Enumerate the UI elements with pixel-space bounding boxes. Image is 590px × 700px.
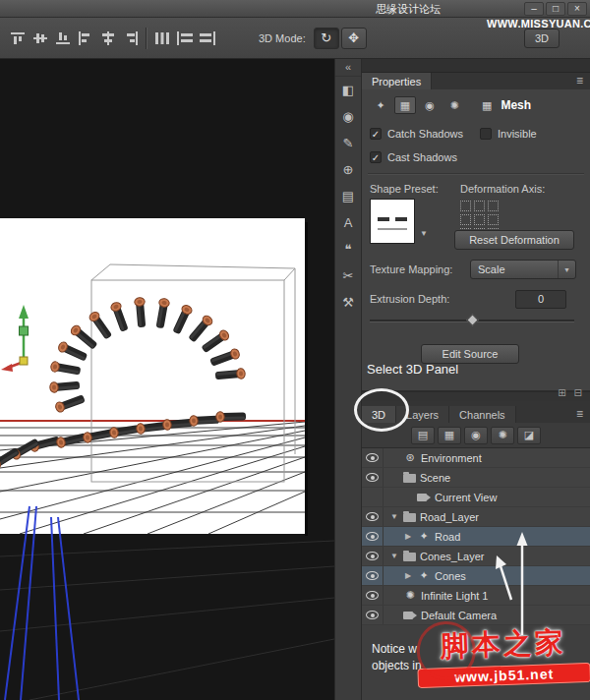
canvas-art	[0, 59, 334, 700]
tab-layers[interactable]: Layers	[396, 406, 449, 423]
slider-thumb[interactable]	[466, 314, 479, 326]
checkbox-empty-icon	[480, 128, 492, 140]
dock-header-strip	[362, 59, 590, 73]
3d-pan-camera-tool-icon[interactable]: ✥	[341, 28, 367, 49]
properties-delete-icon[interactable]: ⊟	[574, 387, 582, 398]
paragraph-panel-icon[interactable]: ❝	[335, 236, 361, 262]
close-button[interactable]: ×	[567, 2, 587, 16]
visibility-toggle[interactable]	[362, 527, 384, 546]
cast-shadows-label: Cast Shadows	[387, 151, 457, 163]
shape-preset-label: Shape Preset:	[370, 183, 439, 195]
folder-icon	[403, 513, 416, 522]
note-line-2: objects in	[372, 658, 590, 674]
camera-icon	[403, 612, 413, 619]
light-icon: ✺	[403, 589, 417, 602]
tab-3d[interactable]: 3D	[362, 406, 396, 423]
eye-icon	[366, 591, 379, 600]
eye-icon	[366, 453, 379, 462]
catch-shadows-checkbox[interactable]: ✓ Catch Shadows	[370, 128, 463, 140]
filter-meshes-icon[interactable]: ▦	[438, 427, 461, 444]
layer-row[interactable]: ⊛Environment	[362, 448, 590, 468]
checkbox-checked-icon: ✓	[370, 128, 382, 140]
catch-shadows-label: Catch Shadows	[387, 128, 463, 140]
visibility-toggle[interactable]	[362, 507, 384, 526]
workspace-switcher[interactable]: 3D	[524, 29, 560, 48]
align-top-edges-icon[interactable]	[6, 28, 29, 49]
mesh-icon: ▦	[482, 99, 492, 112]
visibility-toggle[interactable]	[362, 606, 384, 624]
options-bar: 3D Mode: ↻✥ 3D	[0, 18, 590, 59]
layer-row[interactable]: ▼Road_Layer	[362, 507, 590, 527]
filter-cross-section-icon[interactable]: ◪	[517, 427, 541, 444]
align-horizontal-centers-icon[interactable]	[96, 28, 119, 49]
distribute-right-edges-icon[interactable]	[196, 28, 218, 49]
tab-properties[interactable]: Properties	[362, 73, 432, 89]
layer-row[interactable]: ▶✦Cones	[362, 566, 590, 586]
layer-name: Current View	[435, 492, 497, 503]
visibility-toggle[interactable]	[362, 547, 384, 565]
panel-menu-icon[interactable]: ≡	[576, 75, 583, 87]
edit-source-button[interactable]: Edit Source	[421, 344, 519, 364]
extrusion-depth-field[interactable]: 0	[515, 290, 566, 309]
folder-icon	[403, 553, 416, 561]
disclosure-triangle-icon[interactable]: ▼	[389, 512, 399, 521]
visibility-toggle[interactable]	[362, 586, 384, 605]
eye-icon	[366, 571, 379, 580]
layer-row[interactable]: ▼Cones_Layer	[362, 547, 590, 566]
layer-row[interactable]: Default Camera	[362, 606, 590, 625]
eye-icon	[366, 552, 379, 560]
invisible-checkbox[interactable]: Invisible	[480, 128, 537, 140]
layer-row[interactable]: ▶✦Road	[362, 527, 590, 547]
align-right-edges-icon[interactable]	[119, 28, 142, 49]
visibility-toggle[interactable]	[362, 566, 384, 585]
layer-row[interactable]: Current View	[362, 488, 590, 507]
align-left-edges-icon[interactable]	[74, 28, 96, 49]
tab-channels[interactable]: Channels	[449, 406, 515, 423]
cast-shadows-checkbox[interactable]: ✓ Cast Shadows	[370, 151, 457, 163]
filter-materials-icon[interactable]: ◉	[464, 427, 488, 444]
visibility-toggle[interactable]	[362, 468, 384, 487]
disclosure-triangle-icon[interactable]: ▶	[403, 571, 413, 580]
disclosure-triangle-icon[interactable]: ▶	[403, 532, 413, 541]
extrusion-depth-slider[interactable]	[370, 315, 574, 326]
disclosure-triangle-icon[interactable]: ▼	[389, 552, 399, 560]
panel-divider-strip: ⊞ ⊟	[362, 391, 590, 401]
texture-mapping-value: Scale	[478, 263, 505, 275]
align-bottom-edges-icon[interactable]	[51, 28, 74, 49]
properties-grid-icon[interactable]: ⊞	[558, 387, 565, 398]
tool-presets-panel-icon[interactable]: ⚒	[335, 289, 361, 316]
filter-meshes-icon[interactable]: ▦	[394, 96, 416, 114]
visibility-toggle[interactable]	[362, 488, 384, 506]
align-vertical-centers-icon[interactable]	[29, 28, 51, 49]
character-panel-icon[interactable]: A	[335, 209, 361, 236]
filter-scene-icon[interactable]: ✦	[370, 96, 391, 114]
texture-mapping-select[interactable]: Scale ▼	[470, 260, 576, 279]
visibility-toggle[interactable]	[362, 448, 384, 467]
layer-row[interactable]: Scene	[362, 468, 590, 488]
shape-preset-dropdown-icon[interactable]: ▼	[420, 229, 428, 238]
layer-row[interactable]: ✺Infinite Light 1	[362, 586, 590, 606]
document-canvas[interactable]	[0, 59, 334, 700]
brush-panel-icon[interactable]: ✎	[335, 130, 361, 156]
reset-deformation-button[interactable]: Reset Deformation	[454, 230, 574, 250]
layer-comps-panel-icon[interactable]: ▤	[335, 183, 361, 209]
info-panel-icon[interactable]: ◉	[335, 103, 361, 130]
filter-scene-icon[interactable]: ▤	[411, 427, 435, 444]
styles-panel-icon[interactable]: ✂	[335, 262, 361, 289]
filter-materials-icon[interactable]: ◉	[419, 96, 441, 114]
expand-panels-button[interactable]: «	[335, 59, 361, 77]
distribute-left-edges-icon[interactable]	[173, 28, 196, 49]
mesh-icon: ✦	[417, 530, 431, 543]
environment-icon: ⊛	[403, 451, 417, 464]
distribute-vertically-icon[interactable]	[150, 28, 173, 49]
filter-lights-icon[interactable]: ✺	[491, 427, 514, 444]
extrusion-depth-label: Extrusion Depth:	[370, 293, 449, 305]
adjustments-panel-icon[interactable]: ◧	[335, 77, 361, 103]
filter-lights-icon[interactable]: ✺	[443, 96, 465, 114]
shape-preset-thumbnail[interactable]	[370, 199, 415, 244]
maximize-button[interactable]: □	[546, 2, 565, 16]
clone-source-panel-icon[interactable]: ⊕	[335, 156, 361, 183]
panel-menu-icon[interactable]: ≡	[576, 408, 583, 420]
minimize-button[interactable]: –	[524, 2, 544, 16]
3d-rotate-camera-tool-icon[interactable]: ↻	[314, 28, 339, 49]
